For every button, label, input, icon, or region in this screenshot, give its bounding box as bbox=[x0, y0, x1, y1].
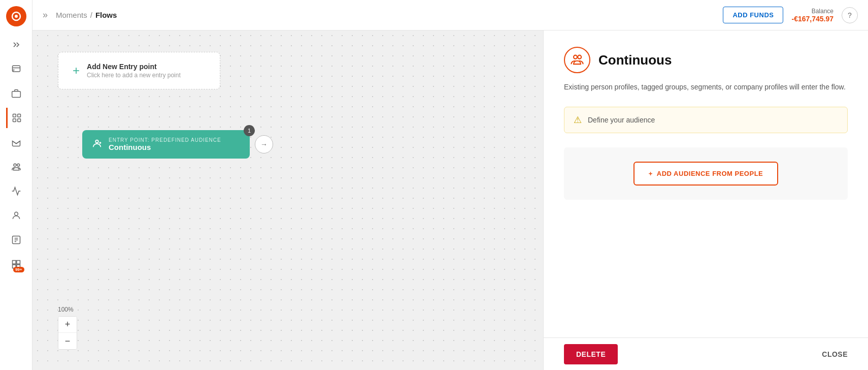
panel-title-row: Continuous bbox=[564, 47, 848, 73]
zoom-in-button[interactable]: + bbox=[58, 317, 77, 333]
breadcrumb-separator: / bbox=[90, 11, 92, 19]
zoom-controls: 100% + − bbox=[58, 306, 77, 350]
add-audience-button[interactable]: + ADD AUDIENCE FROM PEOPLE bbox=[633, 162, 779, 186]
sidebar-item-campaigns[interactable] bbox=[6, 83, 26, 104]
svg-rect-9 bbox=[18, 119, 21, 122]
add-audience-plus-icon: + bbox=[649, 170, 653, 177]
breadcrumb-link[interactable]: Moments bbox=[56, 11, 87, 19]
sidebar-item-flows[interactable] bbox=[6, 108, 26, 128]
svg-rect-2 bbox=[12, 66, 20, 72]
flow-canvas[interactable]: + Add New Entry point Click here to add … bbox=[32, 30, 543, 370]
app-logo[interactable] bbox=[6, 6, 26, 26]
expand-nav-icon[interactable]: » bbox=[43, 10, 48, 20]
add-entry-text: Add New Entry point Click here to add a … bbox=[87, 63, 181, 79]
entry-node-label: ENTRY POINT: PREDEFINED AUDIENCE bbox=[109, 137, 221, 143]
sidebar-item-messages[interactable] bbox=[6, 59, 26, 79]
right-panel-content: Continuous Existing person profiles, tag… bbox=[544, 30, 868, 337]
audience-section: + ADD AUDIENCE FROM PEOPLE bbox=[564, 147, 848, 200]
svg-rect-6 bbox=[12, 91, 20, 98]
right-panel-footer: DELETE CLOSE bbox=[544, 337, 868, 370]
warning-icon: ⚠ bbox=[574, 114, 582, 126]
svg-rect-10 bbox=[13, 119, 16, 122]
sidebar-item-inbox[interactable] bbox=[6, 132, 26, 152]
sidebar-item-people[interactable] bbox=[6, 205, 26, 226]
main-content: » Moments / Flows ADD FUNDS Balance -€16… bbox=[32, 0, 868, 370]
zoom-level: 100% bbox=[58, 306, 77, 313]
sidebar-item-grid[interactable]: 99+ bbox=[6, 254, 26, 274]
svg-point-25 bbox=[574, 55, 577, 59]
entry-node-text: ENTRY POINT: PREDEFINED AUDIENCE Continu… bbox=[109, 137, 221, 151]
balance-label: Balance bbox=[791, 8, 833, 15]
define-audience-warning: ⚠ Define your audience bbox=[564, 107, 848, 133]
sidebar-item-expand[interactable] bbox=[6, 35, 26, 55]
warning-text: Define your audience bbox=[588, 116, 655, 124]
entry-node-name: Continuous bbox=[109, 143, 221, 151]
balance-amount: -€167,745.97 bbox=[791, 15, 833, 23]
entry-node-card[interactable]: 1 ENTRY POINT: PREDEFINED AUDIENCE Conti… bbox=[82, 130, 250, 159]
help-icon[interactable]: ? bbox=[842, 7, 858, 23]
add-audience-label: ADD AUDIENCE FROM PEOPLE bbox=[657, 170, 763, 177]
entry-node-badge: 1 bbox=[244, 125, 255, 136]
svg-point-1 bbox=[15, 15, 18, 18]
svg-rect-8 bbox=[18, 114, 21, 117]
add-funds-button[interactable]: ADD FUNDS bbox=[723, 7, 783, 23]
sidebar-item-reports[interactable] bbox=[6, 230, 26, 250]
zoom-out-button[interactable]: − bbox=[58, 333, 77, 349]
balance-section: Balance -€167,745.97 bbox=[791, 8, 833, 23]
add-entry-plus-icon: + bbox=[73, 64, 80, 78]
entry-node-icon bbox=[91, 138, 103, 151]
close-button[interactable]: CLOSE bbox=[822, 350, 848, 358]
svg-point-11 bbox=[14, 164, 16, 166]
sidebar-item-analytics[interactable] bbox=[6, 181, 26, 201]
svg-rect-7 bbox=[13, 114, 16, 117]
add-entry-card[interactable]: + Add New Entry point Click here to add … bbox=[58, 52, 220, 89]
panel-icon bbox=[564, 47, 590, 73]
entry-node-container: 1 ENTRY POINT: PREDEFINED AUDIENCE Conti… bbox=[82, 130, 273, 159]
delete-button[interactable]: DELETE bbox=[564, 344, 618, 364]
content-area: + Add New Entry point Click here to add … bbox=[32, 30, 868, 370]
sidebar-item-team[interactable] bbox=[6, 157, 26, 177]
svg-rect-19 bbox=[16, 261, 20, 264]
add-entry-subtitle: Click here to add a new entry point bbox=[87, 72, 181, 79]
panel-title: Continuous bbox=[598, 52, 672, 68]
svg-point-22 bbox=[95, 140, 98, 143]
breadcrumb-current: Flows bbox=[95, 11, 117, 19]
entry-node-arrow-button[interactable]: → bbox=[255, 135, 273, 153]
sidebar-badge: 99+ bbox=[13, 267, 24, 272]
breadcrumb: Moments / Flows bbox=[56, 11, 117, 19]
right-panel: Continuous Existing person profiles, tag… bbox=[543, 30, 868, 370]
zoom-button-group: + − bbox=[58, 316, 77, 350]
header: » Moments / Flows ADD FUNDS Balance -€16… bbox=[32, 0, 868, 30]
add-entry-title: Add New Entry point bbox=[87, 63, 181, 71]
svg-point-12 bbox=[17, 164, 19, 166]
svg-point-26 bbox=[578, 55, 581, 59]
svg-point-13 bbox=[14, 212, 18, 215]
sidebar: 99+ bbox=[0, 0, 32, 370]
panel-description: Existing person profiles, tagged groups,… bbox=[564, 81, 848, 92]
svg-rect-18 bbox=[12, 261, 16, 264]
